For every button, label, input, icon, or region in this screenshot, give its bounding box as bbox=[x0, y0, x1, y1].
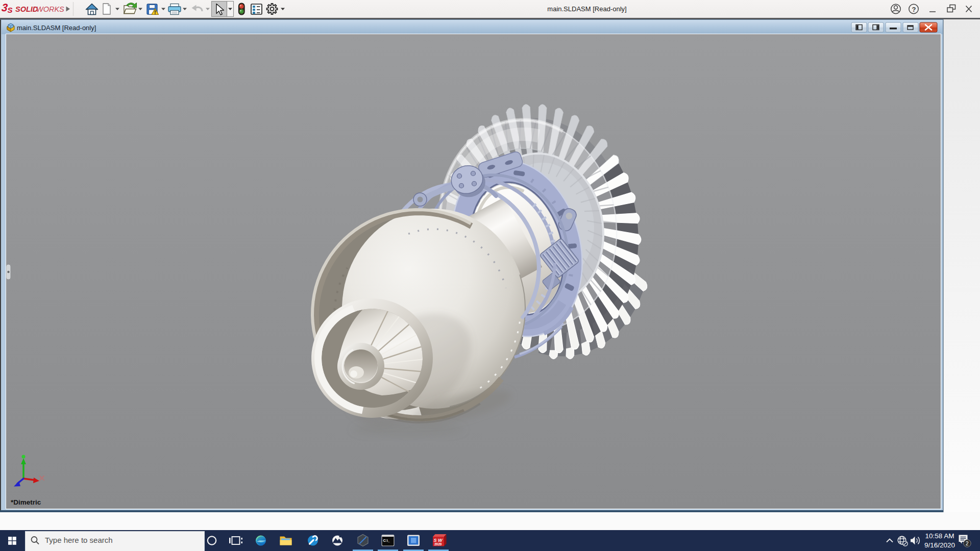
svg-text:main.SLDASM [Read-only]: main.SLDASM [Read-only] bbox=[17, 24, 96, 32]
svg-text:2: 2 bbox=[966, 540, 969, 546]
svg-text:C:\_: C:\_ bbox=[383, 539, 390, 542]
svg-text:WORKS: WORKS bbox=[36, 5, 64, 13]
svg-text:S: S bbox=[8, 6, 13, 14]
svg-text:?: ? bbox=[912, 6, 916, 13]
svg-text:2020: 2020 bbox=[434, 542, 442, 546]
svg-text:*Dimetric: *Dimetric bbox=[11, 498, 41, 506]
svg-text:S W: S W bbox=[434, 538, 444, 543]
svg-text:SOLID: SOLID bbox=[15, 5, 38, 13]
